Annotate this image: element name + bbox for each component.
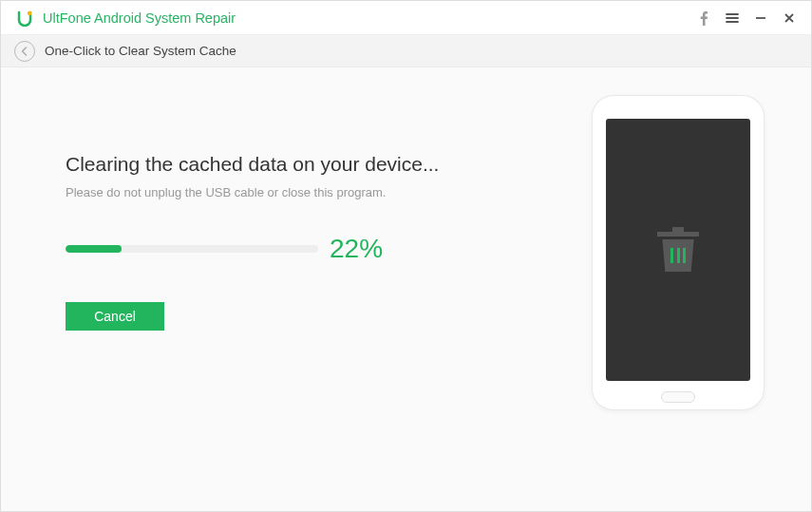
app-logo-icon <box>14 8 35 28</box>
breadcrumb: One-Click to Clear System Cache <box>45 44 236 58</box>
subheader: One-Click to Clear System Cache <box>1 35 811 67</box>
facebook-icon[interactable] <box>689 4 718 32</box>
progress-headline: Clearing the cached data on your device.… <box>66 153 545 176</box>
cancel-button[interactable]: Cancel <box>66 302 164 331</box>
content: Clearing the cached data on your device.… <box>1 67 811 511</box>
device-home-button <box>661 391 695 403</box>
close-button[interactable] <box>775 4 803 32</box>
right-panel <box>545 67 811 511</box>
app-title: UltFone Android System Repair <box>43 10 689 26</box>
progress-bar <box>66 245 318 253</box>
progress-fill <box>66 245 122 253</box>
trash-icon <box>656 226 700 274</box>
back-button[interactable] <box>14 41 35 62</box>
app-window: UltFone Android System Repair One-Click … <box>0 0 812 512</box>
menu-icon[interactable] <box>718 4 746 32</box>
device-illustration <box>593 96 764 409</box>
titlebar: UltFone Android System Repair <box>1 1 811 35</box>
progress-row: 22% <box>66 234 545 264</box>
window-controls <box>689 4 803 32</box>
svg-point-0 <box>28 10 31 14</box>
minimize-button[interactable] <box>746 4 775 32</box>
device-screen <box>606 119 750 381</box>
progress-subtext: Please do not unplug the USB cable or cl… <box>66 185 545 199</box>
progress-percent: 22% <box>330 234 383 264</box>
left-panel: Clearing the cached data on your device.… <box>1 67 545 511</box>
